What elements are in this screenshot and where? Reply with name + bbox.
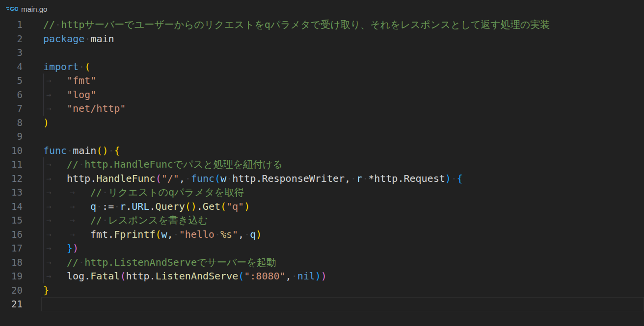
code-token: "net/http" (67, 102, 126, 114)
code-line-content: →→//·リクエストのqパラメタを取得 (41, 185, 644, 200)
code-line[interactable]: 21 (0, 297, 644, 311)
tab-whitespace-arrow: → (43, 185, 67, 200)
code-line[interactable]: 6→"log" (0, 88, 644, 102)
space-whitespace-dot: · (185, 173, 191, 184)
space-whitespace-dot: · (292, 270, 297, 282)
code-token: ) (445, 173, 451, 184)
space-whitespace-dot: · (102, 214, 108, 226)
code-token: ":8080" (244, 270, 285, 282)
line-number: 5 (0, 74, 23, 88)
code-line[interactable]: 20} (0, 283, 644, 298)
code-token: ·:=· (96, 201, 120, 212)
code-token: "/" (161, 173, 179, 184)
line-number: 18 (0, 255, 23, 270)
code-line[interactable]: 10func·main()·{ (0, 144, 644, 158)
code-token: func (191, 173, 215, 184)
code-token: ( (156, 173, 161, 184)
code-line[interactable]: 7→"net/http" (0, 101, 644, 116)
code-line[interactable]: 15→→//·レスポンスを書き込む (0, 213, 644, 227)
code-token: ListenAndServe (156, 270, 239, 282)
code-line[interactable]: 12→http.HandleFunc("/",·func(w·http.Resp… (0, 172, 644, 186)
code-line[interactable]: 9 (0, 129, 644, 144)
tab-whitespace-arrow: → (43, 269, 67, 283)
space-whitespace-dot: · (79, 61, 84, 73)
code-line-content: func·main()·{ (41, 144, 644, 158)
line-number: 1 (0, 18, 23, 32)
tab-whitespace-arrow: → (43, 241, 67, 255)
svg-text:GO: GO (10, 6, 18, 12)
code-token: ) (43, 117, 49, 128)
code-line[interactable]: 2package·main (0, 32, 644, 46)
line-number: 20 (0, 283, 23, 298)
tab-whitespace-arrow: → (67, 213, 90, 227)
code-token: URL (132, 201, 149, 212)
code-line[interactable]: 17→}) (0, 241, 644, 255)
code-line-content (41, 297, 644, 311)
space-whitespace-dot: · (102, 186, 108, 198)
code-line[interactable]: 1//·httpサーバーでユーザーからのリクエストをqパラメタで受け取り、それを… (0, 18, 644, 32)
line-number: 12 (0, 172, 23, 186)
code-token: ( (84, 61, 90, 73)
code-line[interactable]: 5→"fmt" (0, 74, 644, 88)
space-whitespace-dot: · (226, 173, 232, 184)
code-line-content: →"net/http" (41, 101, 644, 116)
space-whitespace-dot: · (451, 173, 457, 184)
code-token: ( (155, 228, 161, 240)
code-token: ·main (67, 145, 96, 156)
code-token: "fmt" (67, 75, 96, 86)
space-whitespace-dot: · (96, 201, 102, 212)
line-number: 11 (0, 157, 23, 172)
code-line[interactable]: 16→→fmt.Fprintf(w,·"hello·%s",·q) (0, 227, 644, 242)
line-number: 8 (0, 116, 23, 130)
code-token: r (356, 173, 362, 184)
code-token: //·リクエストのqパラメタを取得 (90, 186, 244, 198)
code-token: ,· (238, 228, 250, 240)
code-line[interactable]: 3 (0, 46, 644, 60)
code-token: package (43, 33, 84, 45)
code-token: · (451, 173, 457, 184)
code-token: "log" (67, 89, 96, 100)
code-area[interactable]: 1//·httpサーバーでユーザーからのリクエストをqパラメタで受け取り、それを… (0, 18, 644, 311)
tab-whitespace-arrow: → (43, 74, 67, 88)
code-token: Get (203, 201, 220, 212)
line-number: 7 (0, 101, 23, 116)
code-token: log. (67, 270, 90, 282)
tab-whitespace-arrow: → (67, 227, 90, 242)
code-token: ·*http.Request (362, 173, 445, 184)
code-line[interactable]: 18→//·http.ListenAndServeでサーバーを起動 (0, 255, 644, 270)
line-number: 3 (0, 46, 23, 60)
tab-whitespace-arrow: → (67, 200, 90, 214)
code-token: "hello· (179, 228, 220, 240)
code-token: http. (67, 173, 96, 184)
code-token: } (43, 284, 49, 296)
breadcrumb-file-name: main.go (21, 5, 47, 13)
code-token: ( (120, 270, 126, 282)
line-number: 10 (0, 144, 23, 158)
code-token: ( (238, 270, 244, 282)
code-line[interactable]: 11→//·http.HandleFuncでパスと処理を紐付ける (0, 157, 644, 172)
code-line[interactable]: 14→→q·:=·r.URL.Query().Get("q") (0, 200, 644, 214)
go-file-icon: GO (6, 5, 18, 13)
code-line[interactable]: 13→→//·リクエストのqパラメタを取得 (0, 185, 644, 200)
code-line-content: →"log" (41, 88, 644, 102)
code-line[interactable]: 4import·( (0, 60, 644, 74)
code-line-content (41, 46, 644, 60)
tab-whitespace-arrow: → (43, 200, 67, 214)
space-whitespace-dot: · (79, 158, 84, 170)
code-token: ,· (167, 228, 179, 240)
code-token: ) (244, 201, 250, 212)
code-line-content: →→q·:=·r.URL.Query().Get("q") (41, 200, 644, 214)
code-line-content: →}) (41, 241, 644, 255)
code-line[interactable]: 8) (0, 116, 644, 130)
code-line-content: →log.Fatal(http.ListenAndServe(":8080",·… (41, 269, 644, 283)
line-number: 21 (0, 297, 23, 311)
line-number: 2 (0, 32, 23, 46)
line-number: 17 (0, 241, 23, 255)
code-token: "q" (226, 201, 244, 212)
space-whitespace-dot: · (215, 228, 220, 240)
code-token: r (120, 201, 126, 212)
code-line-content: package·main (41, 32, 644, 46)
breadcrumb[interactable]: GO main.go (0, 0, 644, 18)
space-whitespace-dot: · (114, 201, 120, 212)
code-line[interactable]: 19→log.Fatal(http.ListenAndServe(":8080"… (0, 269, 644, 283)
